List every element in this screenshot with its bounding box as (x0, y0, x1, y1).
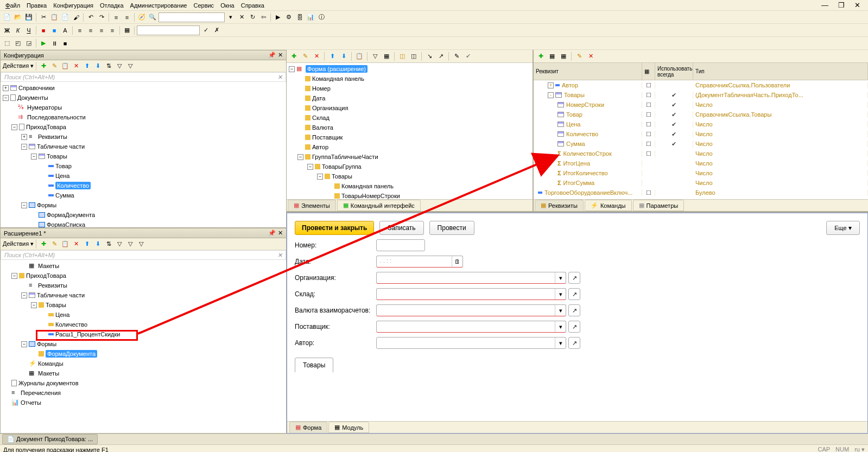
avtor-dd-icon[interactable]: ▾ (555, 338, 566, 348)
org-open-icon[interactable]: ↗ (569, 272, 580, 283)
db-icon[interactable]: 🗄 (295, 12, 305, 22)
bottom-tab-forma[interactable]: ▦Форма (289, 422, 327, 433)
el-f2-icon[interactable]: ▦ (382, 52, 391, 61)
tree-formy[interactable]: −Формы (1, 200, 286, 210)
el-grp-icon[interactable]: ◫ (397, 52, 407, 61)
ext-pin-icon[interactable]: 📌 (268, 230, 276, 237)
ext-close-icon[interactable]: ✕ (278, 230, 283, 237)
el-down-icon[interactable]: ⬇ (339, 52, 349, 61)
actions-dropdown[interactable]: Действия ▾ (3, 62, 34, 69)
tab-kom[interactable]: ⚡Команды (585, 200, 632, 211)
edit-icon[interactable]: ✎ (49, 61, 59, 71)
el-ungrp-icon[interactable]: ◫ (409, 52, 419, 61)
postav-open-icon[interactable]: ↗ (569, 321, 580, 332)
menu-service[interactable]: Сервис (190, 1, 217, 10)
input-data[interactable]: . . : : (377, 256, 452, 267)
input-valuta[interactable] (377, 305, 555, 316)
ext-zhurnaly[interactable]: Журналы документов (1, 378, 286, 388)
brush-icon[interactable]: 🖌 (71, 12, 81, 22)
ext-komandy[interactable]: ⚡Команды (1, 359, 286, 368)
avtor-open-icon[interactable]: ↗ (569, 338, 580, 348)
attr-row[interactable]: Количество☐✔Число (534, 129, 868, 139)
valuta-open-icon[interactable]: ↗ (569, 305, 580, 316)
el-forma[interactable]: −▦Форма (расширение) (287, 64, 533, 74)
el-a2-icon[interactable]: ↗ (436, 52, 446, 61)
bgcolor-icon[interactable]: ■ (49, 26, 59, 35)
wintab-doc[interactable]: 📄 Документ ПриходТовара: ... (2, 434, 98, 444)
menu-debug[interactable]: Отладка (97, 1, 126, 10)
tree-spravochniki[interactable]: +Справочники (1, 83, 286, 93)
el-org[interactable]: Организация (287, 103, 533, 113)
tree-documents[interactable]: −Документы (1, 93, 286, 103)
sklad-dd-icon[interactable]: ▾ (555, 289, 566, 300)
el-avtor[interactable]: Автор (287, 142, 533, 152)
attr-row[interactable]: Товар☐✔СправочникСсылка.Товары (534, 110, 868, 119)
align-center-icon[interactable]: ≡ (86, 26, 96, 35)
ext-f2-icon[interactable]: ▽ (125, 239, 135, 249)
close-x-icon[interactable]: ✕ (237, 12, 246, 22)
redo-icon[interactable]: ↷ (97, 12, 106, 22)
attr-row[interactable]: ΣКоличествоСтрок☐Число (534, 149, 868, 158)
up-icon[interactable]: ⬆ (82, 61, 92, 71)
el-cmdpanel[interactable]: Командная панель (287, 74, 533, 84)
ext-cena[interactable]: Цена (1, 310, 286, 320)
list2-icon[interactable]: ≡ (122, 12, 132, 22)
ext-add-icon[interactable]: ✚ (39, 239, 48, 249)
ext-formadoc[interactable]: ФормаДокумента (1, 349, 286, 359)
tree-prihod[interactable]: −ПриходТовара (1, 122, 286, 132)
el-f1-icon[interactable]: ▽ (370, 52, 380, 61)
tree-formadoc[interactable]: ФормаДокумента (1, 210, 286, 220)
menu-help[interactable]: Справка (238, 1, 268, 10)
color-icon[interactable]: ■ (39, 26, 48, 35)
cancel-icon[interactable]: ✗ (212, 26, 221, 35)
tree-tabparts[interactable]: −Табличные части (1, 142, 286, 151)
el-sklad[interactable]: Склад (287, 113, 533, 123)
style-input[interactable] (137, 26, 200, 35)
t3-3-icon[interactable]: ◲ (24, 39, 34, 48)
input-nomer[interactable] (377, 240, 425, 251)
config-search[interactable]: Поиск (Ctrl+Alt+M)✕ (1, 72, 286, 82)
ext-makety2[interactable]: ▦Макеты (1, 368, 286, 378)
play-icon[interactable]: ▶ (39, 39, 48, 48)
ext-tovary[interactable]: −Товары (1, 300, 286, 310)
org-dd-icon[interactable]: ▾ (555, 272, 566, 283)
at-col-icon[interactable]: ▦ (547, 52, 557, 61)
menu-config[interactable]: Конфигурация (50, 1, 97, 10)
el-add-icon[interactable]: ✚ (289, 52, 299, 61)
merge-icon[interactable]: ▦ (122, 26, 132, 35)
sklad-open-icon[interactable]: ↗ (569, 289, 580, 300)
calc-icon[interactable]: 📊 (306, 12, 315, 22)
align-left-icon[interactable]: ≡ (75, 26, 85, 35)
menu-edit[interactable]: Правка (23, 1, 50, 10)
list-icon[interactable]: ≡ (111, 12, 121, 22)
attr-row[interactable]: НомерСтроки☐✔Число (534, 100, 868, 110)
valuta-dd-icon[interactable]: ▾ (555, 305, 566, 316)
back-icon[interactable]: ⇦ (258, 12, 268, 22)
tree-formalist[interactable]: ФормаСписка (1, 220, 286, 227)
bold-icon[interactable]: Ж (2, 26, 12, 35)
save-icon[interactable]: 💾 (24, 12, 34, 22)
filter2-icon[interactable]: ▽ (115, 61, 124, 71)
ext-search-clear-icon[interactable]: ✕ (277, 252, 282, 259)
maximize-button[interactable]: ❐ (835, 0, 848, 10)
attr-row[interactable]: -Товары☐✔(ДокументТабличнаяЧасть.ПриходТ… (534, 90, 868, 100)
tab-tovary[interactable]: Товары (295, 358, 333, 372)
t3-2-icon[interactable]: ◰ (13, 39, 23, 48)
tree-tovar[interactable]: Товар (1, 161, 286, 171)
el-valuta[interactable]: Валюта (287, 123, 533, 132)
zoom-icon[interactable]: 🔍 (148, 12, 157, 22)
ext-down-icon[interactable]: ⬇ (93, 239, 103, 249)
copy-icon[interactable]: 📋 (49, 12, 59, 22)
tree-rekv[interactable]: +≡Реквизиты (1, 132, 286, 142)
ext-up-icon[interactable]: ⬆ (82, 239, 92, 249)
del-icon[interactable]: 📋 (60, 61, 70, 71)
tab-cmdint[interactable]: ▦Командный интерфейс (337, 200, 421, 211)
search-input[interactable] (159, 12, 225, 22)
more-button[interactable]: Еще ▾ (826, 221, 860, 235)
el-pen-icon[interactable]: ✎ (452, 52, 461, 61)
post-button[interactable]: Провести (429, 221, 474, 235)
el-check-icon[interactable]: ✔ (463, 52, 473, 61)
el-up-icon[interactable]: ⬆ (327, 52, 337, 61)
at-add-icon[interactable]: ✚ (536, 52, 546, 61)
ext-rekv[interactable]: ≡Реквизиты (1, 281, 286, 290)
